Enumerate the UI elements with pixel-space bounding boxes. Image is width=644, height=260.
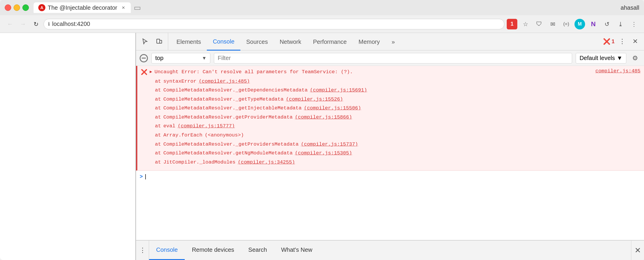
traffic-lights xyxy=(5,4,29,11)
error-file-link[interactable]: compiler.js:485 xyxy=(595,68,640,74)
nav-bar: ← → ↻ ℹ localhost:4200 1 ☆ 🛡 ✉ (=) M N ↺… xyxy=(0,15,644,33)
error-count-badge: ❌ 1 xyxy=(603,38,615,45)
error-icon: ❌ xyxy=(141,69,147,75)
stack-line: atCompileMetadataResolver._getTypeMetada… xyxy=(155,95,640,104)
lock-icon: ℹ xyxy=(48,21,50,27)
stack-line: atsyntaxError(compiler.js:485) xyxy=(155,77,640,86)
tab-close-button[interactable]: ✕ xyxy=(121,5,126,10)
minimize-button[interactable] xyxy=(14,4,20,11)
stack-line: atJitCompiler._loadModules(compiler.js:3… xyxy=(155,158,640,167)
bottom-menu-button[interactable]: ⋮ xyxy=(136,240,149,260)
stack-function: JitCompiler._loadModules xyxy=(163,158,235,167)
tab-memory[interactable]: Memory xyxy=(353,34,386,51)
tab-performance[interactable]: Performance xyxy=(307,34,353,51)
console-prompt[interactable]: > xyxy=(136,171,644,183)
tab-title: The @Injectable decorator xyxy=(48,4,117,11)
prompt-arrow-icon: > xyxy=(140,174,143,180)
brackets-button[interactable]: (=) xyxy=(561,19,572,29)
inspect-element-button[interactable] xyxy=(140,36,150,47)
stack-function: syntaxError xyxy=(163,77,196,86)
stack-at-keyword: at xyxy=(155,104,161,113)
tab-more[interactable]: » xyxy=(386,34,401,51)
no-entry-icon xyxy=(142,58,146,59)
levels-label: Default levels xyxy=(579,55,615,61)
stack-location-link[interactable]: (compiler.js:34255) xyxy=(238,158,295,167)
stack-at-keyword: at xyxy=(155,122,161,131)
svg-rect-0 xyxy=(157,39,160,43)
browser-actions: 1 ☆ 🛡 ✉ (=) M N ↺ ⤓ ⋮ xyxy=(507,19,639,29)
console-toolbar: top ▼ Default levels ▼ ⚙ xyxy=(136,51,644,66)
stack-at-keyword: at xyxy=(155,131,161,140)
reload-button[interactable]: ↻ xyxy=(31,19,41,29)
bottom-tab-remote-devices[interactable]: Remote devices xyxy=(185,241,241,260)
stack-location: (<anonymous>) xyxy=(205,131,244,140)
browser-tab[interactable]: A The @Injectable decorator ✕ xyxy=(34,2,131,13)
device-toolbar-button[interactable] xyxy=(154,36,164,47)
stack-location-link[interactable]: (compiler.js:15526) xyxy=(286,95,343,104)
onenote-button[interactable]: N xyxy=(588,19,599,29)
stack-function: CompileMetadataResolver.getNgModuleMetad… xyxy=(163,149,293,158)
settings-button[interactable]: ⚙ xyxy=(630,53,640,64)
new-tab-button[interactable]: ▭ xyxy=(132,2,143,13)
stack-line: atCompileMetadataResolver._getInjectable… xyxy=(155,104,640,113)
expand-icon[interactable]: ▶ xyxy=(150,69,152,74)
profile-avatar[interactable]: M xyxy=(574,19,585,29)
devtools-close-button[interactable]: ✕ xyxy=(630,36,640,47)
back-button[interactable]: ← xyxy=(5,19,15,29)
stack-at-keyword: at xyxy=(155,149,161,158)
stack-location-link[interactable]: (compiler.js:15866) xyxy=(295,113,352,122)
main-area: Elements Console Sources Network Perform… xyxy=(0,33,644,260)
devtools-tab-actions: ❌ 1 ⋮ ✕ xyxy=(600,36,644,47)
mail-button[interactable]: ✉ xyxy=(547,19,558,29)
close-button[interactable] xyxy=(5,4,11,11)
download-button[interactable]: ⤓ xyxy=(615,19,626,29)
levels-arrow-icon: ▼ xyxy=(617,55,622,61)
more-button[interactable]: ⋮ xyxy=(629,19,639,29)
stack-location-link[interactable]: (compiler.js:15777) xyxy=(178,122,235,131)
log-levels-button[interactable]: Default levels ▼ xyxy=(576,53,626,64)
bookmark-button[interactable]: ☆ xyxy=(520,19,531,29)
bottom-tab-whats-new[interactable]: What's New xyxy=(274,241,319,260)
stack-location-link[interactable]: (compiler.js:15506) xyxy=(304,104,361,113)
webpage-content xyxy=(0,33,136,260)
tab-network[interactable]: Network xyxy=(274,34,307,51)
shield-button[interactable]: 🛡 xyxy=(534,19,544,29)
tab-sources[interactable]: Sources xyxy=(240,34,274,51)
stack-location-link[interactable]: (compiler.js:485) xyxy=(199,77,250,86)
filter-input[interactable] xyxy=(214,53,572,64)
tab-bar: A The @Injectable decorator ✕ ▭ xyxy=(34,2,616,13)
devtools-more-button[interactable]: ⋮ xyxy=(617,36,628,47)
devtools-icon-buttons xyxy=(136,33,168,50)
bottom-tabs: Console Remote devices Search What's New xyxy=(149,241,631,260)
address-bar[interactable]: ℹ localhost:4200 xyxy=(44,19,504,29)
tab-console[interactable]: Console xyxy=(207,34,240,51)
stack-line: atArray.forEach(<anonymous>) xyxy=(155,131,640,140)
stack-at-keyword: at xyxy=(155,113,161,122)
error-header: ❌ ▶ Uncaught Error: Can't resolve all pa… xyxy=(141,68,640,76)
maximize-button[interactable] xyxy=(22,4,29,11)
forward-button[interactable]: → xyxy=(18,19,28,29)
devtools-panel: Elements Console Sources Network Perform… xyxy=(136,33,644,260)
stack-function: CompileMetadataResolver._getProvidersMet… xyxy=(163,140,298,149)
devtools-tabs: Elements Console Sources Network Perform… xyxy=(168,33,600,50)
stack-function: CompileMetadataResolver._getInjectableMe… xyxy=(163,104,301,113)
extension-badge-1[interactable]: 1 xyxy=(507,19,517,29)
bottom-tab-console[interactable]: Console xyxy=(149,241,185,260)
stack-location-link[interactable]: (compiler.js:15691) xyxy=(310,86,367,95)
error-entry: ❌ ▶ Uncaught Error: Can't resolve all pa… xyxy=(136,66,644,171)
bottom-tab-search[interactable]: Search xyxy=(241,241,274,260)
history-button[interactable]: ↺ xyxy=(602,19,612,29)
stack-at-keyword: at xyxy=(155,95,161,104)
context-selector[interactable]: top ▼ xyxy=(151,53,210,64)
stack-function: Array.forEach xyxy=(163,131,202,140)
stack-function: CompileMetadataResolver.getProviderMetad… xyxy=(163,113,293,122)
bottom-close-button[interactable]: ✕ xyxy=(631,240,644,260)
stack-function: eval xyxy=(163,122,175,131)
stack-location-link[interactable]: (compiler.js:15305) xyxy=(295,149,352,158)
console-content: ❌ ▶ Uncaught Error: Can't resolve all pa… xyxy=(136,66,644,240)
stack-line: atCompileMetadataResolver.getProviderMet… xyxy=(155,113,640,122)
tab-elements[interactable]: Elements xyxy=(171,34,207,51)
clear-console-button[interactable] xyxy=(140,54,148,62)
stack-location-link[interactable]: (compiler.js:15737) xyxy=(301,140,358,149)
prompt-cursor xyxy=(145,174,146,179)
